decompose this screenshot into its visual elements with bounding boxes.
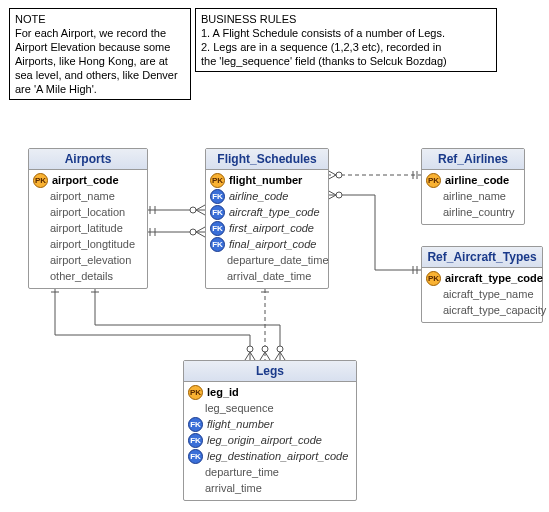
field-row: airport_name xyxy=(33,188,143,204)
field-row: airline_country xyxy=(426,204,520,220)
field-row: airport_latitude xyxy=(33,220,143,236)
field-name: departure_time xyxy=(205,466,279,478)
field-name: airport_code xyxy=(52,174,119,186)
field-row: aicraft_type_name xyxy=(426,286,538,302)
field-row: departure_time xyxy=(188,464,352,480)
fk-icon: FK xyxy=(188,417,203,432)
fk-icon: FK xyxy=(210,221,225,236)
entity-title: Ref_Airlines xyxy=(422,149,524,170)
entity-title: Legs xyxy=(184,361,356,382)
entity-flight-schedules: Flight_Schedules PKflight_numberFKairlin… xyxy=(205,148,329,289)
field-row: airline_name xyxy=(426,188,520,204)
svg-point-33 xyxy=(247,346,253,352)
pk-icon: PK xyxy=(188,385,203,400)
field-name: airport_location xyxy=(50,206,125,218)
field-name: arrival_time xyxy=(205,482,262,494)
field-row: FKleg_origin_airport_code xyxy=(188,432,352,448)
svg-point-28 xyxy=(262,346,268,352)
field-name: first_airport_code xyxy=(229,222,314,234)
field-name: airport_latitude xyxy=(50,222,123,234)
pk-icon: PK xyxy=(426,271,441,286)
field-row: FKaircraft_type_code xyxy=(210,204,324,220)
entity-title: Ref_Aircraft_Types xyxy=(422,247,542,268)
svg-point-15 xyxy=(336,172,342,178)
field-row: airport_location xyxy=(33,204,143,220)
entity-fields: PKairport_codeairport_nameairport_locati… xyxy=(29,170,147,288)
field-name: leg_destination_airport_code xyxy=(207,450,348,462)
svg-line-37 xyxy=(280,352,285,360)
field-row: PKflight_number xyxy=(210,172,324,188)
field-row: departure_date_time xyxy=(210,252,324,268)
field-row: airport_longtitude xyxy=(33,236,143,252)
field-row: PKairline_code xyxy=(426,172,520,188)
field-name: flight_number xyxy=(207,418,274,430)
field-row: leg_sequence xyxy=(188,400,352,416)
field-name: airline_code xyxy=(445,174,509,186)
note-business-rules: BUSINESS RULES 1. A Flight Schedule cons… xyxy=(195,8,497,72)
field-row: PKaircraft_type_code xyxy=(426,270,538,286)
note-text: NOTE For each Airport, we record the Air… xyxy=(15,13,178,95)
field-row: FKleg_destination_airport_code xyxy=(188,448,352,464)
field-name: airport_elevation xyxy=(50,254,131,266)
field-row: arrival_date_time xyxy=(210,268,324,284)
field-name: leg_id xyxy=(207,386,239,398)
pk-icon: PK xyxy=(33,173,48,188)
field-row: airport_elevation xyxy=(33,252,143,268)
field-name: other_details xyxy=(50,270,113,282)
svg-line-10 xyxy=(196,232,205,237)
entity-title: Flight_Schedules xyxy=(206,149,328,170)
note-text: BUSINESS RULES 1. A Flight Schedule cons… xyxy=(201,13,447,67)
fk-icon: FK xyxy=(210,205,225,220)
svg-line-4 xyxy=(196,210,205,215)
pk-icon: PK xyxy=(426,173,441,188)
fk-icon: FK xyxy=(188,433,203,448)
field-name: airport_longtitude xyxy=(50,238,135,250)
svg-line-26 xyxy=(260,352,265,360)
fk-icon: FK xyxy=(210,237,225,252)
field-name: airline_code xyxy=(229,190,288,202)
field-name: departure_date_time xyxy=(227,254,329,266)
note-airport-elevation: NOTE For each Airport, we record the Air… xyxy=(9,8,191,100)
field-name: aicraft_type_name xyxy=(443,288,534,300)
entity-ref-aircraft-types: Ref_Aircraft_Types PKaircraft_type_codea… xyxy=(421,246,543,323)
svg-point-11 xyxy=(190,229,196,235)
fk-icon: FK xyxy=(188,449,203,464)
entity-legs: Legs PKleg_idleg_sequenceFKflight_number… xyxy=(183,360,357,501)
field-row: other_details xyxy=(33,268,143,284)
field-row: FKfirst_airport_code xyxy=(210,220,324,236)
svg-point-5 xyxy=(190,207,196,213)
fk-icon: FK xyxy=(210,189,225,204)
field-name: arrival_date_time xyxy=(227,270,311,282)
field-row: FKflight_number xyxy=(188,416,352,432)
field-name: airline_country xyxy=(443,206,515,218)
field-name: final_airport_code xyxy=(229,238,316,250)
svg-point-20 xyxy=(336,192,342,198)
svg-line-31 xyxy=(245,352,250,360)
field-name: leg_sequence xyxy=(205,402,274,414)
field-row: aicraft_type_capacity xyxy=(426,302,538,318)
entity-ref-airlines: Ref_Airlines PKairline_codeairline_namea… xyxy=(421,148,525,225)
field-name: flight_number xyxy=(229,174,302,186)
field-row: FKairline_code xyxy=(210,188,324,204)
svg-point-38 xyxy=(277,346,283,352)
svg-line-3 xyxy=(196,205,205,210)
field-name: airport_name xyxy=(50,190,115,202)
entity-fields: PKflight_numberFKairline_codeFKaircraft_… xyxy=(206,170,328,288)
entity-fields: PKaircraft_type_codeaicraft_type_nameaic… xyxy=(422,268,542,322)
entity-fields: PKairline_codeairline_nameairline_countr… xyxy=(422,170,524,224)
svg-line-27 xyxy=(265,352,270,360)
pk-icon: PK xyxy=(210,173,225,188)
svg-line-36 xyxy=(275,352,280,360)
field-row: arrival_time xyxy=(188,480,352,496)
entity-fields: PKleg_idleg_sequenceFKflight_numberFKleg… xyxy=(184,382,356,500)
entity-airports: Airports PKairport_codeairport_nameairpo… xyxy=(28,148,148,289)
field-name: aircraft_type_code xyxy=(445,272,543,284)
field-row: PKleg_id xyxy=(188,384,352,400)
svg-line-9 xyxy=(196,227,205,232)
svg-line-32 xyxy=(250,352,255,360)
field-name: leg_origin_airport_code xyxy=(207,434,322,446)
field-row: FKfinal_airport_code xyxy=(210,236,324,252)
field-name: aicraft_type_capacity xyxy=(443,304,546,316)
field-row: PKairport_code xyxy=(33,172,143,188)
field-name: airline_name xyxy=(443,190,506,202)
